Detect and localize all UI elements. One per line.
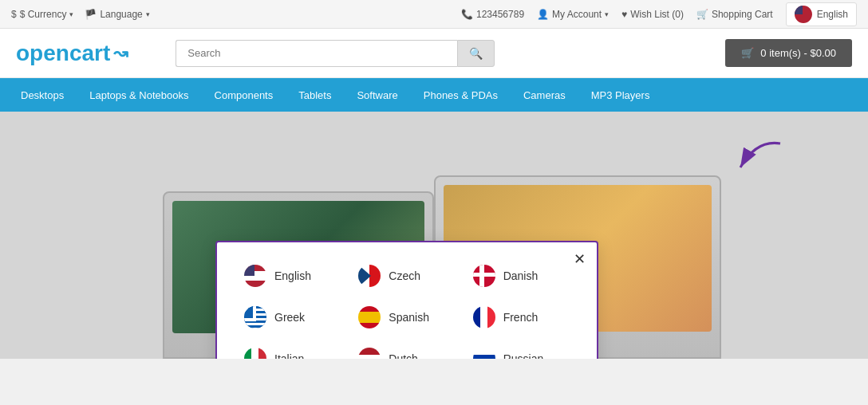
currency-icon: $ [11,9,17,20]
main-nav: Desktops Laptops & Notebooks Components … [0,78,868,112]
language-dropdown[interactable]: 🏴 Language ▾ [85,9,149,20]
flag-icon-russian [473,348,495,359]
language-modal: ✕ EnglishCzechDanishGreekSpanishFrenchIt… [215,241,598,359]
search-box: 🔍 [176,40,495,67]
flag-icon-italian [244,348,266,359]
account-arrow-icon: ▾ [605,10,609,18]
cart-button[interactable]: 🛒 0 item(s) - $0.00 [725,39,852,67]
lang-option-danish[interactable]: Danish [468,261,574,290]
lang-name-dutch: Dutch [389,352,418,359]
shopping-cart-label: Shopping Cart [712,9,773,20]
top-bar: $ $ Currency ▾ 🏴 Language ▾ 📞 123456789 … [0,0,868,29]
lang-option-czech[interactable]: Czech [353,261,460,290]
nav-tablets[interactable]: Tablets [286,81,344,109]
flag-icon-english [244,265,266,287]
language-icon: 🏴 [85,9,97,20]
nav-cameras[interactable]: Cameras [511,81,578,109]
language-label: Language [100,9,142,20]
english-lang-button[interactable]: English [786,2,857,26]
main-content: ✕ EnglishCzechDanishGreekSpanishFrenchIt… [0,112,868,359]
cart-button-label: 0 item(s) - $0.00 [760,47,836,59]
lang-name-greek: Greek [274,311,305,324]
logo-cart-icon: ↝ [113,43,128,64]
top-bar-right: 📞 123456789 👤 My Account ▾ ♥ Wish List (… [461,2,857,26]
header: opencart ↝ 🔍 🛒 0 item(s) - $0.00 [0,29,868,78]
phone-number: 123456789 [476,9,524,20]
shopping-cart-link[interactable]: 🛒 Shopping Cart [696,9,773,20]
english-lang-label: English [817,9,848,20]
lang-option-greek[interactable]: Greek [239,303,345,332]
nav-components[interactable]: Components [202,81,286,109]
currency-label: $ Currency [20,9,67,20]
lang-option-spanish[interactable]: Spanish [353,303,460,332]
lang-name-italian: Italian [274,352,304,359]
lang-name-danish: Danish [503,269,539,282]
phone: 📞 123456789 [461,9,524,20]
account-icon: 👤 [537,9,549,20]
lang-option-french[interactable]: French [468,303,574,332]
flag-icon-greek [244,306,266,328]
nav-laptops[interactable]: Laptops & Notebooks [77,81,201,109]
nav-phones[interactable]: Phones & PDAs [411,81,511,109]
currency-arrow-icon: ▾ [69,10,73,18]
language-grid: EnglishCzechDanishGreekSpanishFrenchItal… [239,261,574,359]
cart-icon: 🛒 [696,9,708,20]
heart-icon: ♥ [621,9,627,20]
flag-icon-french [473,306,495,328]
wish-list-link[interactable]: ♥ Wish List (0) [621,9,684,20]
flag-icon-danish [473,265,495,287]
my-account-link[interactable]: 👤 My Account ▾ [537,9,609,20]
lang-name-czech: Czech [389,269,420,282]
lang-name-french: French [503,311,539,324]
wish-list-label: Wish List (0) [630,9,684,20]
modal-close-button[interactable]: ✕ [574,250,586,268]
lang-name-russian: Russian [503,352,544,359]
modal-overlay: ✕ EnglishCzechDanishGreekSpanishFrenchIt… [0,112,868,359]
nav-desktops[interactable]: Desktops [8,81,77,109]
currency-dropdown[interactable]: $ $ Currency ▾ [11,9,73,20]
logo-text: opencart [16,41,110,66]
lang-name-spanish: Spanish [389,311,429,324]
nav-software[interactable]: Software [344,81,410,109]
lang-option-english[interactable]: English [239,261,345,290]
english-flag-icon [795,6,812,23]
lang-option-russian[interactable]: Russian [468,344,574,359]
my-account-label: My Account [552,9,602,20]
logo[interactable]: opencart ↝ [16,41,128,66]
lang-name-english: English [274,269,311,282]
search-icon: 🔍 [469,47,483,60]
cart-button-icon: 🛒 [741,47,754,59]
flag-icon-dutch [358,348,381,359]
search-input[interactable] [176,40,457,67]
lang-option-dutch[interactable]: Dutch [353,344,460,359]
language-arrow-icon: ▾ [146,10,150,18]
flag-icon-czech [358,265,381,287]
nav-mp3[interactable]: MP3 Players [578,81,663,109]
phone-icon: 📞 [461,9,473,20]
lang-option-italian[interactable]: Italian [239,344,345,359]
flag-icon-spanish [358,306,381,328]
search-button[interactable]: 🔍 [457,40,495,67]
top-bar-left: $ $ Currency ▾ 🏴 Language ▾ [11,9,150,20]
